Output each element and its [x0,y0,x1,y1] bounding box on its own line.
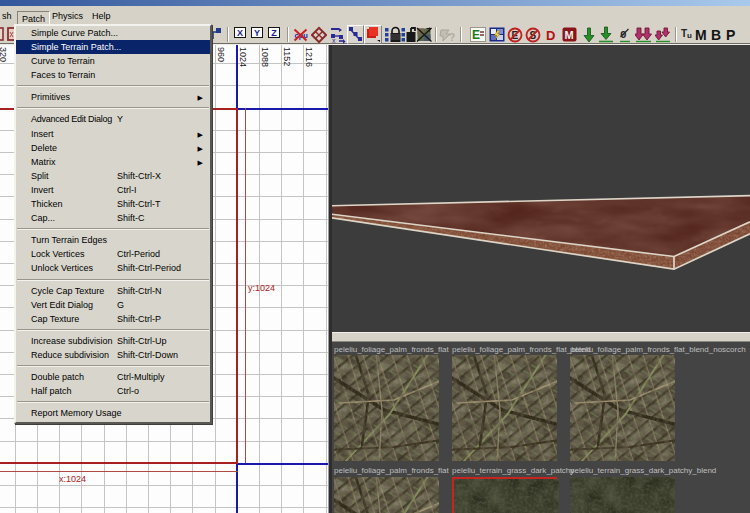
svg-text:E: E [472,28,480,42]
svg-text:M: M [565,29,574,41]
svg-text:x: x [332,37,336,44]
svg-text:?: ? [449,32,455,43]
